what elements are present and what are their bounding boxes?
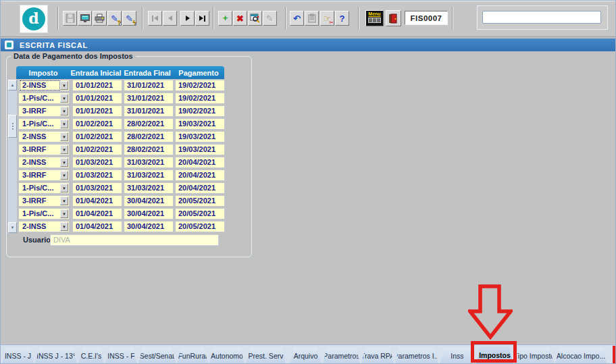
imposto-dropdown[interactable]: 3-IRRF ▼	[18, 144, 70, 155]
menu-button[interactable]: Menu	[365, 10, 384, 26]
pagamento-field[interactable]: 20/05/2021	[175, 208, 225, 219]
tab-inss-j-13-[interactable]: INSS J - 13°	[35, 348, 77, 363]
imposto-dropdown[interactable]: 2-INSS ▼	[18, 80, 70, 91]
help-button[interactable]: ?	[335, 11, 349, 26]
tab-inss[interactable]: Inss	[440, 348, 475, 363]
hand-button[interactable]: ☞ ✂	[320, 11, 334, 26]
tab-prest-serv[interactable]: Prest. Serv	[246, 348, 286, 363]
last-record-button[interactable]	[195, 11, 209, 26]
toolbar-input[interactable]	[482, 11, 601, 24]
entrada-final-field[interactable]: 30/04/2021	[124, 208, 174, 219]
tab-funrural[interactable]: FunRural	[177, 348, 208, 363]
entrada-inicial-field[interactable]: 01/02/2021	[72, 118, 122, 130]
entrada-inicial-field[interactable]: 01/04/2021	[72, 208, 122, 219]
entrada-final-field[interactable]: 28/02/2021	[124, 118, 174, 130]
edit-run-button[interactable]: ✎ ϟ	[122, 11, 136, 26]
tab-arquivo[interactable]: Arquivo	[290, 348, 322, 363]
pagamento-field[interactable]: 19/02/2021	[175, 80, 225, 91]
entrada-inicial-field[interactable]: 01/03/2021	[72, 182, 122, 194]
imposto-dropdown[interactable]: 1-Pis/C... ▼	[18, 208, 70, 219]
dropdown-button[interactable]: ▼	[60, 107, 68, 115]
tab-inss-f[interactable]: INSS - F	[105, 348, 137, 363]
clear-button[interactable]: ✎	[263, 11, 277, 26]
imposto-dropdown[interactable]: 1-Pis/C... ▼	[18, 182, 70, 194]
pagamento-field[interactable]: 19/02/2021	[175, 105, 225, 117]
pagamento-field[interactable]: 20/05/2021	[175, 221, 225, 232]
edit-help-button[interactable]: ✎ ?	[107, 11, 122, 26]
usuario-field[interactable]: DIVA	[50, 234, 219, 246]
tab-inss-j[interactable]: INSS - J	[2, 348, 34, 363]
tab-impostos[interactable]: Impostos	[476, 346, 513, 363]
dropdown-button[interactable]: ▼	[60, 158, 68, 167]
pagamento-field[interactable]: 19/02/2021	[175, 93, 225, 104]
entrada-final-field[interactable]: 30/04/2021	[124, 195, 174, 207]
imposto-dropdown[interactable]: 3-IRRF ▼	[18, 170, 70, 181]
exit-button[interactable]	[386, 10, 401, 26]
entrada-final-field[interactable]: 28/02/2021	[124, 131, 174, 142]
dropdown-button[interactable]: ▼	[60, 222, 68, 231]
search-button[interactable]	[248, 11, 262, 26]
entrada-final-field[interactable]: 31/01/2021	[124, 105, 174, 117]
tab-autonomo[interactable]: Autonomo	[209, 348, 245, 363]
pagamento-field[interactable]: 19/03/2021	[175, 131, 225, 142]
entrada-final-field[interactable]: 31/03/2021	[124, 157, 174, 168]
paste-button[interactable]	[305, 11, 319, 26]
entrada-inicial-field[interactable]: 01/04/2021	[72, 221, 122, 232]
first-record-button[interactable]	[148, 11, 162, 26]
entrada-inicial-field[interactable]: 01/04/2021	[72, 195, 122, 207]
entrada-inicial-field[interactable]: 01/03/2021	[72, 170, 122, 181]
entrada-inicial-field[interactable]: 01/03/2021	[72, 157, 122, 168]
imposto-dropdown[interactable]: 1-Pis/C... ▼	[18, 118, 70, 130]
pagamento-field[interactable]: 20/05/2021	[175, 195, 225, 207]
imposto-dropdown[interactable]: 3-IRRF ▼	[18, 195, 70, 207]
tab-tipo-imposto[interactable]: Tipo Imposto	[515, 348, 554, 363]
clipboard-icon	[308, 14, 316, 23]
print-button[interactable]	[93, 11, 107, 26]
dropdown-button[interactable]: ▼	[60, 94, 68, 103]
add-record-button[interactable]: +	[218, 11, 232, 26]
tab-parametros[interactable]: Parametros	[323, 348, 360, 363]
dropdown-button[interactable]: ▼	[60, 197, 68, 205]
grid-rows: 2-INSS ▼ 01/01/2021 31/01/2021 19/02/202…	[7, 80, 251, 234]
imposto-dropdown[interactable]: 2-INSS ▼	[18, 157, 70, 168]
entrada-final-field[interactable]: 28/02/2021	[124, 144, 174, 155]
entrada-final-field[interactable]: 31/01/2021	[124, 93, 174, 104]
entrada-inicial-field[interactable]: 01/01/2021	[72, 80, 122, 91]
screen-button[interactable]	[78, 11, 92, 26]
entrada-final-field[interactable]: 31/03/2021	[124, 170, 174, 181]
pagamento-field[interactable]: 19/03/2021	[175, 144, 225, 155]
delete-record-button[interactable]: ✖	[233, 11, 247, 26]
tab-alcocao-impo-[interactable]: Alcocao Impo...	[555, 348, 607, 363]
toolbar-separator	[285, 7, 286, 30]
dropdown-button[interactable]: ▼	[60, 171, 68, 180]
entrada-final-field[interactable]: 31/01/2021	[124, 80, 174, 91]
next-record-button[interactable]	[180, 11, 195, 26]
imposto-dropdown[interactable]: 1-Pis/C... ▼	[18, 93, 70, 104]
tab-c-e-i-s[interactable]: C.E.I's	[78, 348, 104, 363]
tab-trava-rpa[interactable]: Trava RPA	[361, 348, 394, 363]
tab-sest-senat[interactable]: Sest/Senat	[138, 348, 176, 363]
dropdown-button[interactable]: ▼	[60, 132, 68, 141]
imposto-dropdown[interactable]: 3-IRRF ▼	[18, 105, 70, 117]
undo-button[interactable]: ↶	[290, 11, 304, 26]
tab-parametros-i-[interactable]: Parametros I...	[395, 348, 438, 363]
imposto-dropdown[interactable]: 2-INSS ▼	[18, 131, 70, 142]
pagamento-field[interactable]: 20/04/2021	[175, 170, 225, 181]
prev-record-button[interactable]	[163, 11, 177, 26]
dropdown-button[interactable]: ▼	[60, 184, 68, 192]
dropdown-button[interactable]: ▼	[60, 145, 68, 154]
dropdown-button[interactable]: ▼	[60, 209, 68, 218]
entrada-final-field[interactable]: 30/04/2021	[124, 221, 174, 232]
entrada-inicial-field[interactable]: 01/01/2021	[72, 93, 122, 104]
pagamento-field[interactable]: 20/04/2021	[175, 157, 225, 168]
entrada-inicial-field[interactable]: 01/02/2021	[72, 131, 122, 142]
pagamento-field[interactable]: 19/03/2021	[175, 118, 225, 130]
save-button[interactable]	[63, 11, 77, 26]
imposto-dropdown[interactable]: 2-INSS ▼	[18, 221, 70, 232]
pagamento-field[interactable]: 20/04/2021	[175, 182, 225, 194]
dropdown-button[interactable]: ▼	[60, 81, 68, 90]
dropdown-button[interactable]: ▼	[60, 120, 68, 128]
entrada-inicial-field[interactable]: 01/02/2021	[72, 144, 122, 155]
entrada-inicial-field[interactable]: 01/01/2021	[72, 105, 122, 117]
entrada-final-field[interactable]: 31/03/2021	[124, 182, 174, 194]
